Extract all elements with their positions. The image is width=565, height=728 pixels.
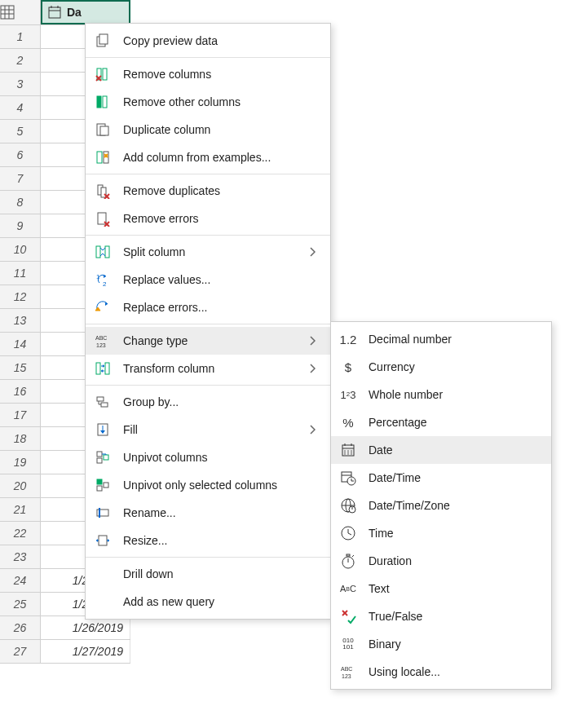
menu-item-binary[interactable]: 010101Binary (331, 630, 551, 658)
svg-marker-63 (108, 539, 109, 542)
xcheck-icon (339, 607, 357, 625)
row-number: 21 (0, 498, 41, 521)
menu-item-date[interactable]: Date (331, 436, 551, 464)
add-example-icon (94, 148, 112, 166)
010101-icon: 010101 (339, 635, 357, 653)
resize-icon (94, 532, 112, 549)
menu-item-label: Replace errors... (123, 301, 319, 314)
blank-icon (94, 593, 112, 611)
replace-err-icon (94, 298, 112, 316)
menu-item-fill[interactable]: Fill (86, 416, 330, 443)
menu-item-remove-other-columns[interactable]: Remove other columns (86, 88, 330, 116)
svg-point-73 (351, 452, 351, 452)
menu-item-split-column[interactable]: Split column (86, 238, 330, 266)
1²3-icon: 123 (339, 386, 357, 404)
row-number: 2 (0, 49, 41, 72)
split-icon (94, 243, 112, 261)
menu-item-duration[interactable]: Duration (331, 547, 551, 575)
menu-item-duplicate-column[interactable]: Duplicate column (86, 116, 330, 143)
menu-separator (86, 385, 330, 386)
menu-item-datetimezone[interactable]: Date/Time/Zone (331, 492, 551, 519)
row-number: 3 (0, 73, 41, 95)
remove-err-icon (94, 210, 112, 227)
menu-item-group-by[interactable]: Group by... (86, 388, 330, 416)
menu-item-add-new-query[interactable]: Add as new query (86, 588, 330, 615)
menu-item-rename[interactable]: Rename... (86, 499, 330, 527)
menu-item-replace-errors[interactable]: Replace errors... (86, 293, 330, 321)
menu-item-remove-errors[interactable]: Remove errors (86, 205, 330, 232)
menu-item-change-type[interactable]: ABC123Change type (86, 327, 330, 355)
chevron-right-icon (309, 247, 319, 257)
menu-item-label: Replace values... (123, 273, 319, 286)
menu-item-drill-down[interactable]: Drill down (86, 560, 330, 588)
menu-item-unpivot[interactable]: Unpivot columns (86, 443, 330, 471)
menu-item-label: Drill down (123, 567, 319, 580)
menu-item-label: Duration (369, 554, 540, 567)
menu-item-remove-duplicates[interactable]: Remove duplicates (86, 177, 330, 205)
menu-item-label: Group by... (123, 395, 319, 408)
menu-separator (86, 324, 330, 324)
row-number: 22 (0, 522, 41, 545)
row-number: 11 (0, 262, 41, 285)
blank-icon (94, 565, 112, 583)
menu-item-label: Date/Time (369, 471, 540, 484)
cell-value[interactable]: 1/26/2019 (41, 616, 130, 639)
svg-rect-23 (104, 152, 108, 163)
ABC-icon: ABC (339, 580, 357, 598)
svg-point-69 (347, 450, 348, 451)
menu-item-label: Rename... (123, 506, 319, 519)
menu-item-resize[interactable]: Resize... (86, 527, 330, 554)
menu-item-label: Fill (123, 423, 298, 436)
svg-point-74 (344, 453, 345, 454)
svg-rect-34 (105, 246, 109, 258)
menu-item-label: Text (369, 582, 540, 595)
menu-item-label: Remove duplicates (123, 184, 319, 197)
context-menu: Copy preview dataRemove columnsRemove ot… (85, 23, 331, 620)
menu-item-label: Remove errors (123, 212, 319, 225)
table-corner-icon[interactable] (0, 0, 41, 24)
calendar-icon (47, 5, 62, 20)
menu-item-add-from-examples[interactable]: Add column from examples... (86, 143, 330, 171)
clock-icon (339, 524, 357, 542)
unpivot-sel-icon (94, 476, 112, 494)
menu-item-transform-column[interactable]: Transform column (86, 355, 330, 382)
column-header-date[interactable]: Da (41, 0, 130, 24)
row-number: 4 (0, 96, 41, 119)
menu-item-label: Add column from examples... (123, 151, 319, 164)
row-number: 19 (0, 451, 41, 474)
row-number: 18 (0, 427, 41, 450)
menu-item-time[interactable]: Time (331, 519, 551, 547)
menu-item-remove-columns[interactable]: Remove columns (86, 60, 330, 88)
row-number: 5 (0, 120, 41, 143)
row-number: 6 (0, 143, 41, 166)
menu-item-decimal[interactable]: 1.2Decimal number (331, 325, 551, 353)
table-row[interactable]: 261/26/2019 (0, 616, 130, 640)
menu-item-truefalse[interactable]: True/False (331, 602, 551, 630)
menu-item-percentage[interactable]: %Percentage (331, 408, 551, 436)
menu-item-whole[interactable]: 123Whole number (331, 381, 551, 408)
svg-text:ABC: ABC (95, 335, 107, 341)
menu-item-label: Duplicate column (123, 123, 319, 136)
menu-item-label: True/False (369, 610, 540, 623)
menu-item-label: Time (369, 527, 540, 540)
group-icon (94, 393, 112, 411)
chevron-right-icon (309, 425, 319, 435)
abc123-icon: ABC123 (339, 663, 357, 681)
menu-item-replace-values[interactable]: 12Replace values... (86, 266, 330, 293)
svg-marker-39 (95, 307, 100, 311)
svg-rect-0 (1, 6, 14, 19)
table-row[interactable]: 271/27/2019 (0, 640, 130, 664)
%-icon: % (339, 413, 357, 431)
menu-item-locale[interactable]: ABC123Using locale... (331, 658, 551, 686)
svg-rect-15 (103, 68, 107, 80)
menu-item-currency[interactable]: $Currency (331, 353, 551, 381)
menu-item-datetime[interactable]: Date/Time (331, 464, 551, 492)
menu-item-text[interactable]: ABCText (331, 575, 551, 602)
row-number: 1 (0, 25, 41, 48)
$-icon: $ (339, 358, 357, 376)
row-number: 13 (0, 309, 41, 332)
menu-item-unpivot-selected[interactable]: Unpivot only selected columns (86, 471, 330, 499)
menu-item-copy-preview[interactable]: Copy preview data (86, 27, 330, 55)
cell-value[interactable]: 1/27/2019 (41, 640, 130, 663)
svg-rect-52 (97, 458, 102, 463)
